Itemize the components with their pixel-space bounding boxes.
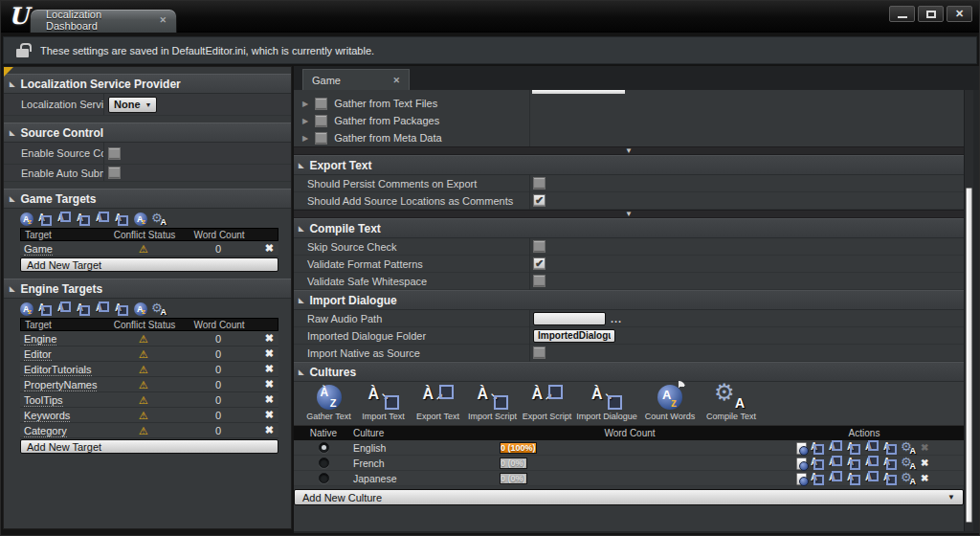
import-dialogue-icon[interactable] (883, 471, 898, 485)
compile-text-button[interactable]: Compile Text (701, 385, 762, 421)
export-script-button[interactable]: Export Script (520, 385, 574, 421)
compile-text-icon[interactable] (152, 212, 167, 226)
export-text-icon[interactable] (57, 212, 72, 226)
import-text-icon[interactable] (811, 471, 825, 485)
service-provider-dropdown[interactable]: None (108, 97, 157, 113)
section-engine-targets[interactable]: Engine Targets (4, 279, 291, 299)
add-new-culture-button[interactable]: Add New Culture (294, 489, 964, 505)
persist-comments-checkbox[interactable] (533, 177, 546, 190)
import-text-icon[interactable] (38, 212, 53, 226)
import-dialogue-icon[interactable] (883, 456, 898, 470)
enable-auto-submit-checkbox[interactable] (108, 167, 121, 179)
count-words-button[interactable]: Count Words (639, 385, 701, 421)
section-cultures[interactable]: Cultures (294, 362, 964, 382)
export-text-icon[interactable] (829, 456, 843, 470)
import-dialogue-icon[interactable] (115, 302, 129, 316)
delete-culture-icon[interactable] (921, 442, 928, 453)
import-script-icon[interactable] (847, 471, 861, 485)
export-script-icon[interactable] (96, 302, 110, 316)
compile-text-icon[interactable] (902, 440, 916, 455)
compile-text-icon[interactable] (152, 302, 167, 316)
validate-safe-whitespace-checkbox[interactable] (533, 275, 546, 287)
export-text-icon[interactable] (829, 471, 843, 485)
expander-arrow-icon[interactable] (302, 100, 308, 108)
tab-close-icon[interactable]: ✕ (392, 76, 400, 85)
gather-meta-data-checkbox[interactable] (315, 132, 327, 145)
validate-format-patterns-checkbox[interactable] (533, 257, 546, 270)
delete-target-icon[interactable] (252, 424, 278, 436)
section-compile-text[interactable]: Compile Text (294, 218, 964, 238)
import-script-icon[interactable] (77, 212, 91, 226)
native-radio[interactable] (319, 473, 329, 483)
delete-target-icon[interactable] (252, 393, 278, 406)
delete-target-icon[interactable] (252, 347, 278, 360)
close-button[interactable]: ✕ (947, 6, 972, 22)
target-link-editortutorials[interactable]: EditorTutorials (24, 364, 92, 376)
gather-text-button[interactable]: Gather Text (301, 385, 356, 421)
export-script-icon[interactable] (865, 471, 880, 485)
add-new-target-button[interactable]: Add New Target (20, 439, 278, 454)
import-text-button[interactable]: Import Text (356, 385, 411, 421)
add-new-target-button[interactable]: Add New Target (20, 257, 278, 272)
expander-arrow-icon[interactable] (302, 117, 308, 125)
export-script-icon[interactable] (865, 440, 880, 455)
native-radio[interactable] (319, 458, 329, 468)
delete-target-icon[interactable] (252, 378, 278, 391)
expander-arrow-icon[interactable] (302, 134, 308, 143)
gather-packages-checkbox[interactable] (315, 115, 327, 127)
section-import-dialogue[interactable]: Import Dialogue (294, 290, 964, 310)
import-script-icon[interactable] (77, 302, 91, 316)
raw-audio-path-input[interactable] (533, 312, 606, 325)
import-text-icon[interactable] (38, 302, 53, 316)
delete-target-icon[interactable] (252, 409, 278, 421)
target-link-tooltips[interactable]: ToolTips (24, 394, 63, 407)
gather-text-icon[interactable] (20, 212, 33, 226)
import-text-icon[interactable] (811, 456, 825, 470)
delete-culture-icon[interactable] (921, 473, 928, 483)
import-script-icon[interactable] (847, 456, 861, 470)
section-export-text[interactable]: Export Text (294, 155, 964, 175)
source-locations-checkbox[interactable] (533, 194, 546, 207)
export-text-button[interactable]: Export Text (411, 385, 465, 421)
compile-text-icon[interactable] (902, 456, 916, 470)
skip-source-check-checkbox[interactable] (533, 240, 546, 253)
browse-button[interactable]: ... (611, 314, 622, 324)
scrollbar-thumb[interactable] (966, 188, 972, 523)
import-script-icon[interactable] (847, 440, 861, 455)
import-dialogue-icon[interactable] (115, 212, 129, 226)
imported-dialogue-folder-input[interactable] (533, 329, 615, 343)
target-link-category[interactable]: Category (24, 425, 67, 437)
delete-target-icon[interactable] (252, 242, 278, 255)
count-words-icon[interactable] (134, 212, 147, 226)
tab-close-icon[interactable]: ✕ (159, 15, 167, 25)
maximize-button[interactable] (918, 6, 944, 22)
target-link-game[interactable]: Game (24, 243, 53, 256)
edit-culture-icon[interactable] (796, 442, 807, 455)
import-dialogue-icon[interactable] (883, 440, 898, 455)
delete-target-icon[interactable] (252, 332, 278, 345)
gather-text-icon[interactable] (20, 302, 33, 316)
tab-game[interactable]: Game ✕ (302, 69, 410, 90)
import-native-as-source-checkbox[interactable] (533, 346, 546, 359)
splitter[interactable] (294, 146, 964, 155)
import-text-icon[interactable] (811, 440, 825, 455)
count-words-icon[interactable] (134, 302, 147, 316)
target-link-engine[interactable]: Engine (24, 333, 56, 346)
gather-text-files-checkbox[interactable] (315, 98, 327, 110)
target-link-keywords[interactable]: Keywords (24, 410, 70, 422)
edit-culture-icon[interactable] (796, 458, 807, 470)
enable-source-control-checkbox[interactable] (108, 147, 121, 160)
minimize-button[interactable] (889, 6, 915, 22)
export-script-icon[interactable] (865, 456, 880, 470)
section-game-targets[interactable]: Game Targets (4, 189, 291, 209)
splitter[interactable] (294, 210, 964, 218)
delete-target-icon[interactable] (252, 363, 278, 375)
target-link-editor[interactable]: Editor (24, 348, 52, 361)
export-script-icon[interactable] (96, 212, 110, 226)
edit-culture-icon[interactable] (796, 473, 807, 485)
tab-localization-dashboard[interactable]: Localization Dashboard ✕ (30, 9, 177, 33)
vertical-scrollbar[interactable] (964, 90, 973, 531)
compile-text-icon[interactable] (902, 471, 916, 485)
section-source-control[interactable]: Source Control (4, 123, 291, 143)
export-text-icon[interactable] (57, 302, 72, 316)
